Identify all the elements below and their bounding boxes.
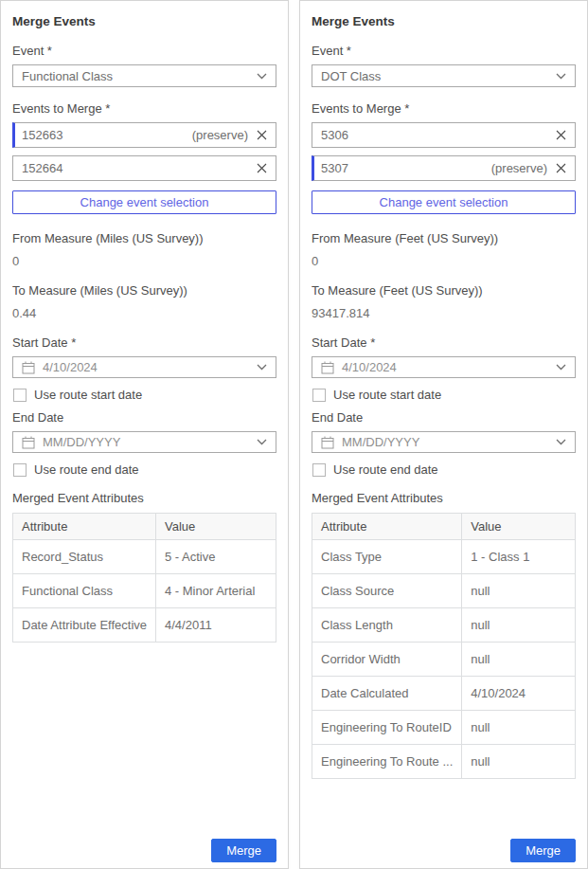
- table-row: Corridor Width null: [312, 643, 576, 677]
- value-column-header: Value: [462, 514, 576, 540]
- attribute-cell: Record_Status: [13, 540, 156, 574]
- event-select[interactable]: Functional Class: [12, 64, 276, 87]
- end-date-label: End Date: [12, 410, 276, 425]
- event-select[interactable]: DOT Class: [312, 64, 576, 87]
- chevron-down-icon: [257, 73, 267, 80]
- merged-attributes-label: Merged Event Attributes: [312, 491, 576, 505]
- value-cell: null: [462, 574, 576, 608]
- event-to-merge-row[interactable]: 5306: [312, 122, 576, 148]
- table-row: Engineering To Route ... null: [312, 745, 576, 779]
- use-route-start-date-option[interactable]: Use route start date: [312, 388, 576, 402]
- use-route-end-date-option[interactable]: Use route end date: [312, 462, 576, 477]
- value-cell: null: [462, 643, 576, 677]
- value-cell: null: [462, 745, 576, 779]
- events-to-merge-label: Events to Merge *: [12, 101, 276, 116]
- from-measure-value: 0: [312, 254, 576, 268]
- panel-footer: Merge: [12, 831, 276, 862]
- calendar-icon: [321, 361, 334, 374]
- value-cell: null: [462, 608, 576, 643]
- start-date-value: 4/10/2024: [342, 360, 548, 374]
- page-title: Merge Events: [312, 14, 576, 28]
- value-cell: 4 - Minor Arterial: [156, 574, 276, 608]
- end-date-placeholder: MM/DD/YYYY: [43, 435, 249, 449]
- start-date-select[interactable]: 4/10/2024: [12, 356, 276, 378]
- table-header-row: Attribute Value: [312, 514, 576, 540]
- use-route-start-date-label: Use route start date: [333, 388, 441, 402]
- checkbox-unchecked[interactable]: [312, 463, 326, 477]
- event-to-merge-row[interactable]: 152663 (preserve): [12, 122, 276, 148]
- attribute-cell: Date Calculated: [312, 677, 462, 711]
- calendar-icon: [22, 361, 35, 374]
- end-date-select[interactable]: MM/DD/YYYY: [312, 431, 576, 453]
- chevron-down-icon: [556, 364, 566, 371]
- close-icon[interactable]: [257, 163, 267, 173]
- attribute-cell: Date Attribute Effective: [13, 608, 156, 643]
- use-route-end-date-option[interactable]: Use route end date: [13, 462, 276, 477]
- from-measure-value: 0: [12, 254, 276, 268]
- event-id-value: 152663: [22, 128, 62, 142]
- events-to-merge-label: Events to Merge *: [312, 101, 576, 116]
- table-row: Class Type 1 - Class 1: [312, 540, 576, 574]
- end-date-select[interactable]: MM/DD/YYYY: [12, 431, 276, 453]
- start-date-value: 4/10/2024: [43, 360, 249, 374]
- change-event-selection-button[interactable]: Change event selection: [312, 190, 576, 214]
- event-to-merge-row[interactable]: 152664: [12, 155, 276, 181]
- start-date-label: Start Date *: [12, 335, 276, 350]
- table-row: Record_Status 5 - Active: [13, 540, 276, 574]
- table-row: Date Attribute Effective 4/4/2011: [13, 608, 276, 643]
- event-label: Event *: [312, 44, 576, 58]
- merge-events-workspace: Merge Events Event * Functional Class Ev…: [0, 0, 588, 869]
- calendar-icon: [22, 436, 35, 449]
- checkbox-unchecked[interactable]: [312, 389, 326, 402]
- to-measure-value: 93417.814: [312, 306, 576, 320]
- event-label: Event *: [12, 44, 276, 58]
- merge-events-panel-left: Merge Events Event * Functional Class Ev…: [0, 0, 289, 869]
- to-measure-label: To Measure (Feet (US Survey)): [312, 283, 576, 298]
- event-id-value: 5306: [321, 128, 348, 142]
- panel-footer: Merge: [312, 831, 576, 862]
- from-measure-label: From Measure (Miles (US Survey)): [12, 231, 276, 245]
- chevron-down-icon: [556, 73, 566, 80]
- table-row: Class Source null: [312, 574, 576, 608]
- close-icon[interactable]: [556, 163, 566, 173]
- close-icon[interactable]: [556, 130, 566, 140]
- end-date-label: End Date: [312, 410, 576, 425]
- merge-events-panel-right: Merge Events Event * DOT Class Events to…: [299, 0, 588, 869]
- use-route-start-date-option[interactable]: Use route start date: [13, 388, 276, 402]
- change-event-selection-button[interactable]: Change event selection: [12, 190, 276, 214]
- merged-attributes-table: Attribute Value Record_Status 5 - Active…: [12, 513, 276, 643]
- chevron-down-icon: [257, 364, 267, 371]
- event-select-value: Functional Class: [22, 69, 113, 83]
- event-id-value: 5307: [321, 161, 348, 175]
- merge-button[interactable]: Merge: [211, 839, 276, 862]
- attribute-cell: Engineering To Route ...: [312, 745, 462, 779]
- checkbox-unchecked[interactable]: [13, 463, 27, 477]
- checkbox-unchecked[interactable]: [13, 389, 27, 402]
- table-header-row: Attribute Value: [13, 514, 276, 540]
- event-to-merge-row[interactable]: 5307 (preserve): [312, 155, 576, 181]
- attribute-column-header: Attribute: [13, 514, 156, 540]
- table-row: Engineering To RouteID null: [312, 711, 576, 745]
- page-title: Merge Events: [12, 14, 276, 28]
- merge-button[interactable]: Merge: [510, 839, 576, 862]
- attribute-cell: Engineering To RouteID: [312, 711, 462, 745]
- chevron-down-icon: [257, 439, 267, 445]
- event-id-value: 152664: [22, 161, 62, 175]
- use-route-start-date-label: Use route start date: [34, 388, 142, 402]
- table-row: Functional Class 4 - Minor Arterial: [13, 574, 276, 608]
- use-route-end-date-label: Use route end date: [333, 462, 438, 477]
- preserve-indicator: (preserve): [192, 128, 257, 142]
- attribute-cell: Class Length: [312, 608, 462, 643]
- end-date-placeholder: MM/DD/YYYY: [342, 435, 548, 449]
- to-measure-value: 0.44: [12, 306, 276, 320]
- close-icon[interactable]: [257, 130, 267, 140]
- preserve-indicator: (preserve): [491, 161, 556, 175]
- start-date-select[interactable]: 4/10/2024: [312, 356, 576, 378]
- attribute-cell: Corridor Width: [312, 643, 462, 677]
- calendar-icon: [321, 436, 334, 449]
- chevron-down-icon: [556, 439, 566, 445]
- merged-attributes-label: Merged Event Attributes: [12, 491, 276, 505]
- value-cell: null: [462, 711, 576, 745]
- merged-attributes-table: Attribute Value Class Type 1 - Class 1 C…: [312, 513, 576, 779]
- attribute-cell: Class Type: [312, 540, 462, 574]
